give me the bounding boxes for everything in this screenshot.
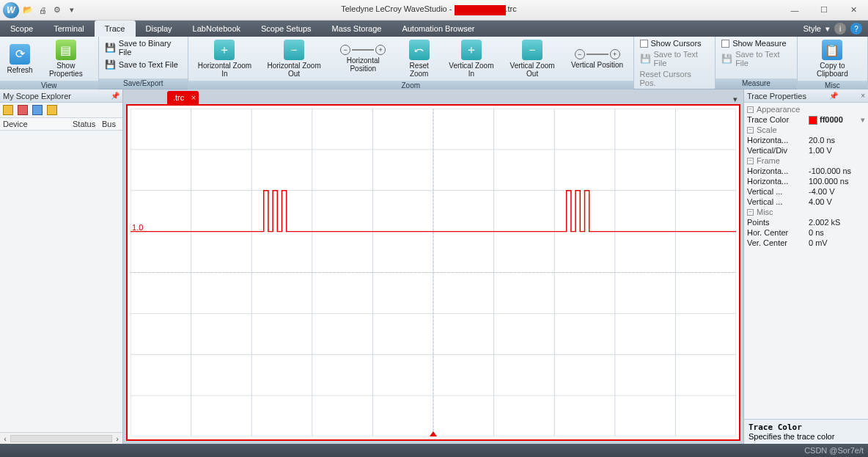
save-binary-button[interactable]: 💾Save to Binary File [103,38,183,57]
ribbon-group-misc: 📋Copy to Clipboard Misc [798,37,868,89]
help-icon[interactable]: ? [850,23,862,34]
prop-category[interactable]: −Frame [744,156,868,166]
ribbon-group-zoom: ＋Horizontal Zoom In －Horizontal Zoom Out… [188,37,634,89]
menu-terminal[interactable]: Terminal [43,21,95,37]
minus-icon: － [522,40,542,60]
plus-icon: ＋ [214,40,235,60]
statusbar-text: CSDN @Sor7e/t [804,446,864,455]
prop-key: Trace Color [747,114,809,125]
explorer-tool-2[interactable] [18,105,28,115]
app-icon: W [3,2,19,18]
vzoom-in-button[interactable]: ＋Vertical Zoom In [444,38,499,79]
pin-icon[interactable]: 📌 [111,92,119,100]
menu-mass-storage[interactable]: Mass Storage [322,21,392,37]
prop-category[interactable]: −Scale [744,125,868,135]
hzoom-in-button[interactable]: ＋Horizontal Zoom In [193,38,257,79]
scroll-right-icon[interactable]: › [112,434,122,443]
tab-close-icon[interactable]: × [191,93,196,102]
prop-value: 0 ns [809,227,865,238]
prop-key: Hor. Center [747,227,809,238]
prop-row[interactable]: Hor. Center0 ns [744,227,868,238]
explorer-tool-1[interactable] [3,105,13,115]
disk-icon: 💾 [721,54,732,64]
expander-icon: − [747,158,754,164]
qat-dropdown-icon[interactable]: ▾ [66,4,78,16]
prop-row[interactable]: Horizonta...-100.000 ns [744,166,868,176]
hzoom-out-button[interactable]: －Horizontal Zoom Out [260,38,328,79]
menu-scope[interactable]: Scope [0,21,43,37]
menu-labnotebook[interactable]: LabNotebook [183,21,251,37]
menu-display[interactable]: Display [136,21,183,37]
cursors-save-text: 💾Save to Text File [639,49,711,68]
titlebar: W 📂 🖨 ⚙ ▾ Teledyne LeCroy WaveStudio - .… [0,0,868,21]
info-icon[interactable]: i [834,23,846,34]
tab-dropdown-icon[interactable]: ▾ [727,95,743,104]
doc-tab[interactable]: .trc× [167,91,199,104]
menu-automation-browser[interactable]: Automation Browser [391,21,485,37]
measure-save-text: 💾Save to Text File [720,49,792,68]
prop-row[interactable]: Vertical ...-4.00 V [744,186,868,197]
ribbon-group-view: ⟳Refresh ▤Show Properties View [0,37,99,89]
style-chevron-icon[interactable]: ▾ [825,24,830,34]
explorer-tool-4[interactable] [47,105,57,115]
scope-grid: 1.0 [130,109,736,436]
menubar: Scope Terminal Trace Display LabNotebook… [0,21,868,37]
style-menu[interactable]: Style [803,24,821,33]
prop-row[interactable]: Points2.002 kS [744,217,868,227]
explorer-tool-3[interactable] [32,105,43,115]
qat-open-icon[interactable]: 📂 [22,4,34,16]
scroll-left-icon[interactable]: ‹ [0,434,10,443]
prop-row[interactable]: Ver. Center0 mV [744,238,868,248]
explorer-body [0,131,122,432]
checkbox-icon [640,40,648,48]
disk-icon: 💾 [105,43,116,53]
ribbon-group-save: 💾Save to Binary File 💾Save to Text File … [99,37,188,89]
menu-trace[interactable]: Trace [95,21,136,37]
prop-key: Horizonta... [747,135,809,145]
scope-area[interactable]: 1.0 [126,104,740,441]
prop-category[interactable]: −Misc [744,207,868,217]
hposition-slider[interactable]: −+ Horizontal Position [331,43,394,74]
refresh-button[interactable]: ⟳Refresh [4,43,35,76]
col-bus[interactable]: Bus [99,118,122,130]
reset-zoom-button[interactable]: ⤺Reset Zoom [397,38,441,79]
ribbon-group-measure: Show Measure 💾Save to Text File Measure [716,37,798,89]
prop-row[interactable]: Vertical/Div1.00 V [744,145,868,156]
prop-value: 20.0 ns [809,135,865,145]
col-status[interactable]: Status [70,118,99,130]
scope-explorer-panel: My Scope Explorer 📌 Device Status Bus ‹ … [0,89,123,444]
pin-icon[interactable]: 📌 [829,92,838,100]
desc-title: Trace Color [749,423,802,432]
close-button[interactable]: ✕ [839,0,868,21]
qat-print-icon[interactable]: 🖨 [37,4,48,16]
prop-key: Points [747,217,809,227]
save-text-button[interactable]: 💾Save to Text File [103,59,180,70]
maximize-button[interactable]: ☐ [809,0,839,21]
explorer-scrollbar[interactable]: ‹ › [0,432,122,444]
clipboard-icon: 📋 [822,40,842,60]
prop-row[interactable]: Trace Colorff0000 ▾ [744,114,868,125]
prop-key: Vertical ... [747,186,809,197]
qat-settings-icon[interactable]: ⚙ [51,4,63,16]
prop-value: 1.00 V [809,145,865,156]
vzoom-out-button[interactable]: －Vertical Zoom Out [502,38,563,79]
show-properties-button[interactable]: ▤Show Properties [38,38,94,79]
reset-cursors-button[interactable]: Reset Cursors Pos. [639,69,711,88]
prop-row[interactable]: Horizonta...100.000 ns [744,176,868,186]
show-measure-checkbox[interactable]: Show Measure [720,38,787,48]
trace-properties-panel: Trace Properties 📌 × −AppearanceTrace Co… [743,89,868,444]
plus-circle-icon: + [375,45,386,55]
prop-row[interactable]: Horizonta...20.0 ns [744,135,868,145]
prop-row[interactable]: Vertical ...4.00 V [744,197,868,207]
close-panel-icon[interactable]: × [861,92,865,100]
prop-category[interactable]: −Appearance [744,104,868,114]
show-cursors-checkbox[interactable]: Show Cursors [639,38,703,48]
plus-circle-icon: + [610,49,620,59]
minimize-button[interactable]: — [780,0,809,21]
copy-clipboard-button[interactable]: 📋Copy to Clipboard [802,38,863,79]
menu-scope-setups[interactable]: Scope Setups [251,21,322,37]
vposition-slider[interactable]: −+ Vertical Position [566,48,629,70]
svg-marker-23 [430,431,437,436]
scroll-track[interactable] [10,435,112,442]
col-device[interactable]: Device [0,118,70,130]
